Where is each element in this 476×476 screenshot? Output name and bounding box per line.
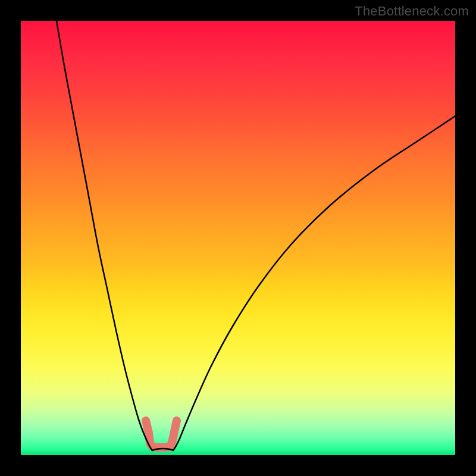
bottleneck-curve	[57, 21, 455, 450]
curve-svg	[21, 21, 455, 455]
chart-frame: TheBottleneck.com	[0, 0, 476, 476]
valley-marker	[146, 421, 177, 447]
plot-area	[21, 21, 455, 455]
watermark-text: TheBottleneck.com	[355, 4, 469, 19]
